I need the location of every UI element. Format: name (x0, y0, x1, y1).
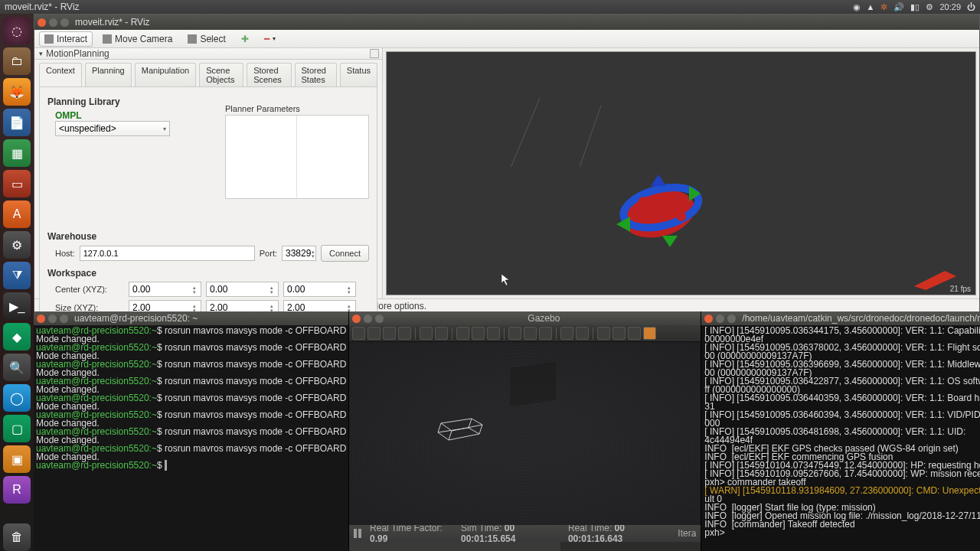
gz-redo-icon[interactable] (435, 327, 448, 340)
terminal-left[interactable]: uavteam@rd-precision5520: ~ uavteam@rd-p… (34, 311, 349, 551)
gazebo-titlebar[interactable]: Gazebo (349, 311, 701, 325)
gz-record-icon[interactable] (643, 327, 656, 340)
gz-undo-icon[interactable] (420, 327, 433, 340)
qgc-icon[interactable]: ◆ (3, 323, 31, 350)
calc-icon[interactable]: ▦ (3, 139, 31, 167)
minimize-icon[interactable] (716, 315, 724, 323)
gazebo-viewport[interactable] (349, 342, 701, 525)
record-icon[interactable]: ◉ (853, 2, 861, 12)
warehouse-label: Warehouse (47, 231, 369, 242)
maximize-icon[interactable] (727, 315, 736, 323)
terminal-left-titlebar[interactable]: uavteam@rd-precision5520: ~ (34, 311, 348, 325)
tab-scene-objects[interactable]: Scene Objects (199, 63, 243, 86)
robot-model (616, 171, 708, 255)
close-icon[interactable] (37, 315, 45, 323)
gz-sphere-icon[interactable] (472, 327, 485, 340)
firefox-icon[interactable]: 🦊 (3, 78, 31, 106)
settings-launcher-icon[interactable]: ⚙ (3, 231, 31, 259)
connect-button[interactable]: Connect (321, 245, 369, 262)
gz-translate-icon[interactable] (368, 327, 381, 340)
app-green2-icon[interactable]: ▢ (3, 415, 31, 442)
sound-icon[interactable]: 🔊 (893, 2, 904, 12)
clock[interactable]: 20:29 (939, 2, 961, 11)
planner-combo[interactable]: <unspecified> (55, 121, 170, 136)
terminal-icon[interactable]: ▶_ (3, 292, 31, 320)
remove-tool-button[interactable]: ━▾ (259, 31, 281, 47)
interact-button[interactable]: Interact (39, 31, 93, 47)
gear-icon[interactable]: ⚙ (926, 2, 933, 12)
lens-icon[interactable]: 🔍 (3, 354, 31, 381)
terminal-right[interactable]: /home/uavteam/catkin_ws/src/dronedoc/dro… (701, 311, 980, 551)
panel-popout-button[interactable] (370, 49, 379, 58)
gz-select-icon[interactable] (352, 327, 365, 340)
terminal-right-body[interactable]: [ INFO] [1545910095.036344175, 3.4560000… (701, 325, 980, 551)
maximize-icon[interactable] (375, 315, 384, 323)
rviz-icon[interactable]: R (3, 476, 31, 504)
tab-manipulation[interactable]: Manipulation (135, 63, 196, 86)
gz-copy-icon[interactable] (560, 327, 573, 340)
close-icon[interactable] (38, 18, 46, 27)
tab-stored-scenes[interactable]: Stored Scenes (247, 63, 291, 86)
system-topbar: moveit.rviz* - RViz ◉ ▲ ✲ 🔊 ▮▯ ⚙ 20:29 ⏻ (0, 0, 980, 14)
panel-header[interactable]: ▾ MotionPlanning (34, 48, 382, 60)
select-button[interactable]: Select (182, 31, 230, 47)
minimize-icon[interactable] (364, 315, 372, 323)
rviz-titlebar[interactable]: moveit.rviz* - RViz (34, 15, 979, 30)
app-blue-icon[interactable]: ◯ (3, 384, 31, 412)
gz-box-icon[interactable] (456, 327, 469, 340)
planner-params-table[interactable] (225, 115, 369, 199)
trash-icon[interactable]: 🗑 (3, 523, 31, 551)
svg-line-25 (469, 419, 472, 428)
vscode-icon[interactable]: ⧩ (3, 262, 31, 289)
software-icon[interactable]: A (3, 201, 31, 228)
topbar-title: moveit.rviz* - RViz (5, 2, 853, 12)
sync-icon[interactable]: ✲ (880, 2, 887, 12)
minimize-icon[interactable] (49, 18, 57, 27)
gz-paste-icon[interactable] (576, 327, 589, 340)
gazebo-timeline[interactable] (349, 542, 701, 551)
gazebo-icon[interactable]: ▣ (3, 445, 31, 473)
port-spin[interactable]: 33829 (282, 246, 316, 261)
battery-icon[interactable]: ▮▯ (910, 2, 920, 12)
writer-icon[interactable]: 📄 (3, 109, 31, 136)
center-z-spin[interactable]: 0.00 (283, 282, 356, 297)
gz-snap-icon[interactable] (597, 327, 610, 340)
tab-context[interactable]: Context (39, 63, 82, 86)
gz-grid-icon[interactable] (612, 327, 626, 340)
pause-button[interactable] (354, 529, 362, 538)
gz-light-dir-icon[interactable] (539, 327, 552, 340)
add-tool-button[interactable]: ✚ (236, 31, 254, 47)
gz-rotate-icon[interactable] (383, 327, 396, 340)
terminal-right-title: /home/uavteam/catkin_ws/src/dronedoc/dro… (742, 313, 980, 324)
port-label: Port: (260, 249, 277, 258)
move-camera-button[interactable]: Move Camera (97, 31, 178, 47)
svg-line-6 (540, 106, 601, 167)
tab-stored-states[interactable]: Stored States (295, 63, 337, 86)
files-icon[interactable]: 🗀 (3, 47, 31, 75)
maximize-icon[interactable] (60, 315, 68, 323)
terminal-right-titlebar[interactable]: /home/uavteam/catkin_ws/src/dronedoc/dro… (701, 311, 980, 325)
maximize-icon[interactable] (60, 18, 69, 27)
gz-log-icon[interactable] (628, 327, 641, 340)
power-icon[interactable]: ⏻ (967, 2, 975, 11)
impress-icon[interactable]: ▭ (3, 170, 31, 197)
wifi-icon[interactable]: ▲ (867, 2, 875, 11)
close-icon[interactable] (352, 315, 361, 323)
chevron-down-icon: ▾ (39, 50, 43, 57)
host-input[interactable] (80, 246, 255, 261)
gz-scale-icon[interactable] (398, 327, 411, 340)
gz-light-point-icon[interactable] (508, 327, 521, 340)
planner-parameters: Planner Parameters (225, 104, 369, 199)
gz-light-spot-icon[interactable] (524, 327, 537, 340)
ubuntu-dash-icon[interactable]: ◌ (3, 17, 31, 44)
center-y-spin[interactable]: 0.00 (206, 282, 279, 297)
gz-cylinder-icon[interactable] (487, 327, 500, 340)
close-icon[interactable] (704, 315, 713, 323)
center-x-spin[interactable]: 0.00 (129, 282, 201, 297)
rviz-3d-viewport[interactable]: 21 fps (386, 51, 976, 295)
tab-status[interactable]: Status (340, 63, 377, 86)
tab-planning[interactable]: Planning (85, 63, 132, 86)
minimize-icon[interactable] (48, 315, 57, 323)
terminal-left-body[interactable]: uavteam@rd-precision5520:~$ rosrun mavro… (34, 325, 348, 551)
gz-obstacle-box (510, 362, 556, 406)
